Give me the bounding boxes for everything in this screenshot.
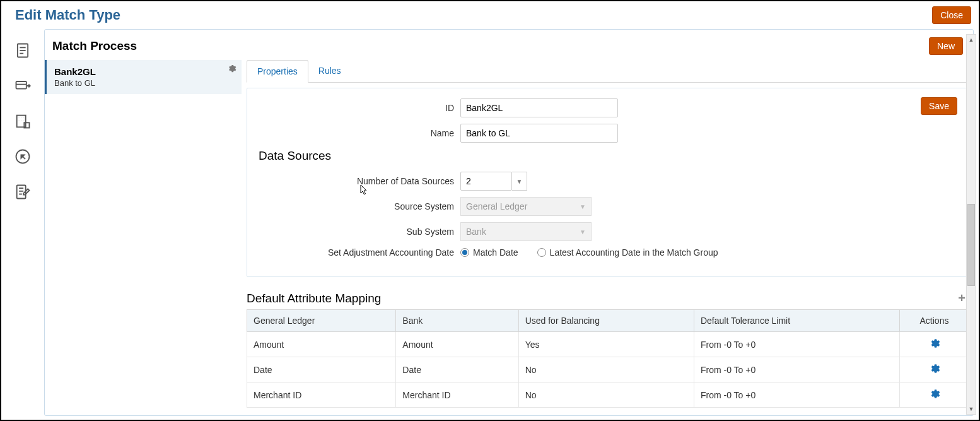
tab-properties[interactable]: Properties [247, 60, 308, 83]
table-row: AmountAmountYesFrom -0 To +0 [247, 332, 969, 357]
radio-match-date-label: Match Date [473, 247, 518, 258]
cell-tolerance: From -0 To +0 [694, 382, 899, 408]
source-system-value: General Ledger [466, 201, 527, 211]
scroll-thumb[interactable] [967, 204, 975, 286]
scroll-down-icon[interactable]: ▼ [967, 404, 976, 414]
svg-rect-4 [16, 81, 26, 89]
radio-latest-label: Latest Accounting Date in the Match Grou… [550, 247, 718, 258]
num-sources-label: Number of Data Sources [259, 176, 460, 186]
save-button[interactable]: Save [921, 97, 957, 115]
table-row: Merchant IDMerchant IDNoFrom -0 To +0 [247, 382, 969, 408]
process-list: Bank2GL Bank to GL [45, 60, 247, 415]
chevron-down-icon: ▼ [580, 203, 586, 210]
adjustment-date-label: Set Adjustment Accounting Date [259, 247, 460, 258]
cell-tolerance: From -0 To +0 [694, 332, 899, 357]
num-sources-input[interactable] [460, 172, 512, 191]
properties-panel: Save ID Name Data Sources Number of Data… [247, 88, 969, 277]
close-button[interactable]: Close [932, 6, 971, 24]
col-actions: Actions [900, 310, 969, 332]
building-icon[interactable] [14, 112, 32, 130]
left-nav-rail [1, 29, 44, 418]
chevron-down-icon: ▼ [580, 228, 586, 235]
num-sources-dropdown-icon[interactable]: ▼ [512, 172, 527, 191]
mapping-heading: Default Attribute Mapping [247, 292, 381, 305]
name-label: Name [259, 128, 460, 138]
mapping-table: General Ledger Bank Used for Balancing D… [247, 309, 969, 408]
cell-gl: Amount [247, 332, 396, 357]
radio-latest-date[interactable]: Latest Accounting Date in the Match Grou… [537, 247, 718, 258]
tabs-bar: Properties Rules [247, 60, 969, 83]
row-gear-icon[interactable] [929, 363, 940, 374]
match-process-heading: Match Process [52, 39, 137, 53]
sub-system-select: Bank ▼ [460, 222, 592, 241]
document-icon[interactable] [14, 42, 32, 59]
scroll-up-icon[interactable]: ▲ [967, 35, 976, 45]
table-row: DateDateNoFrom -0 To +0 [247, 357, 969, 382]
cell-gl: Merchant ID [247, 382, 396, 408]
tab-rules[interactable]: Rules [308, 60, 351, 82]
source-system-label: Source System [259, 201, 460, 211]
cell-tolerance: From -0 To +0 [694, 357, 899, 382]
cell-gl: Date [247, 357, 396, 382]
data-sources-heading: Data Sources [259, 149, 957, 163]
id-label: ID [259, 103, 460, 113]
page-title: Edit Match Type [15, 7, 120, 23]
id-input[interactable] [460, 98, 618, 117]
radio-unchecked-icon [537, 248, 546, 257]
col-bank: Bank [396, 310, 518, 332]
transfer-icon[interactable] [14, 77, 32, 95]
process-item-bank2gl[interactable]: Bank2GL Bank to GL [45, 60, 242, 94]
name-input[interactable] [460, 124, 618, 143]
edit-doc-icon[interactable] [14, 183, 32, 201]
col-general-ledger: General Ledger [247, 310, 396, 332]
cell-balancing: Yes [518, 332, 694, 357]
process-desc: Bank to GL [54, 78, 234, 88]
cell-bank: Amount [396, 332, 518, 357]
radio-match-date[interactable]: Match Date [460, 247, 518, 258]
col-balancing: Used for Balancing [518, 310, 694, 332]
sub-system-value: Bank [466, 227, 486, 237]
new-button[interactable]: New [929, 37, 963, 55]
row-gear-icon[interactable] [929, 388, 940, 400]
cell-balancing: No [518, 382, 694, 408]
col-tolerance: Default Tolerance Limit [694, 310, 899, 332]
process-gear-icon[interactable] [227, 64, 236, 75]
vertical-scrollbar[interactable]: ▲ ▼ [966, 34, 976, 415]
process-name: Bank2GL [54, 66, 234, 77]
row-gear-icon[interactable] [929, 338, 940, 349]
cursor-circle-icon[interactable] [14, 148, 32, 165]
cell-bank: Merchant ID [396, 382, 518, 408]
source-system-select: General Ledger ▼ [460, 197, 592, 216]
radio-checked-icon [460, 248, 469, 257]
sub-system-label: Sub System [259, 227, 460, 237]
cell-balancing: No [518, 357, 694, 382]
cell-bank: Date [396, 357, 518, 382]
